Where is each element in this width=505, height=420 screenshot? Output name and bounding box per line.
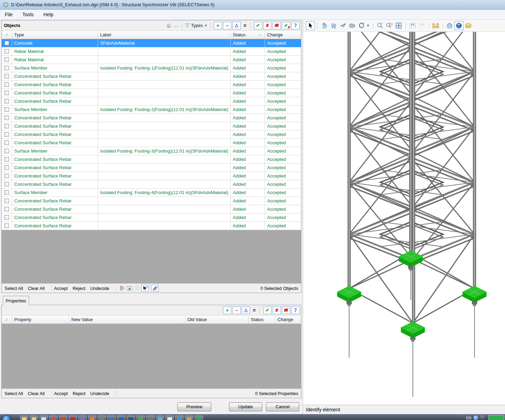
row-checkbox[interactable] [5, 190, 9, 195]
row-checkbox[interactable] [5, 91, 9, 95]
taskbar-app-icon[interactable] [98, 416, 106, 420]
back-arrow-icon[interactable]: ← [173, 22, 180, 29]
table-row[interactable]: Rebar MaterialAddedAccepted [2, 56, 301, 64]
accept-properties-link[interactable]: Accept [54, 391, 68, 396]
table-row[interactable]: Concentrated Surface RebarAddedAccepted [2, 180, 301, 189]
tray-clock[interactable] [488, 415, 504, 420]
measure-icon[interactable] [431, 21, 440, 30]
table-row[interactable]: Concentrated Surface RebarAddedAccepted [2, 114, 301, 122]
taskbar-app-icon[interactable] [78, 416, 87, 420]
props-modified-filter-button[interactable]: Δ [242, 307, 250, 314]
undecide-properties-link[interactable]: Undecide [90, 391, 109, 396]
rejected-filter-button[interactable]: ✘ [263, 22, 272, 29]
table-row[interactable]: Concentrated Surface RebarAddedAccepted [2, 164, 301, 172]
add-filter-button[interactable]: + [214, 22, 222, 29]
types-filter[interactable]: Types ▼ [185, 23, 207, 28]
column-props-status[interactable]: Status [249, 316, 275, 323]
fit-view-icon[interactable] [394, 21, 403, 30]
row-checkbox[interactable] [5, 41, 9, 45]
table-row[interactable]: Concentrated Surface RebarAddedAccepted [2, 205, 301, 213]
table-row[interactable]: Concentrated Surface RebarAddedAccepted [2, 72, 301, 81]
row-checkbox[interactable] [5, 116, 9, 120]
taskbar-app-icon[interactable] [30, 416, 38, 420]
layers-icon[interactable] [464, 21, 473, 30]
menu-file[interactable]: File [0, 10, 18, 19]
taskbar-app-icon[interactable] [117, 416, 125, 420]
clip-volume-icon[interactable] [445, 21, 454, 30]
taskbar-app-icon[interactable] [166, 416, 174, 420]
zoom-window-icon[interactable] [385, 21, 394, 30]
clear-all-objects-link[interactable]: Clear All [28, 286, 44, 291]
table-row[interactable]: Surface MemberIsolated Footing: Footing-… [2, 189, 301, 197]
row-checkbox[interactable] [5, 132, 9, 137]
table-row[interactable]: Concentrated Surface RebarAddedAccepted [2, 197, 301, 205]
menu-help[interactable]: Help [38, 10, 58, 19]
camera-icon[interactable] [348, 21, 357, 30]
select-tool-icon[interactable] [306, 21, 315, 30]
row-checkbox[interactable] [5, 140, 9, 145]
table-row[interactable]: Concentrated Surface RebarAddedAccepted [2, 155, 301, 164]
remove-filter-button[interactable]: − [223, 22, 231, 29]
tray-window-icon[interactable]: ❐ [480, 416, 484, 419]
props-remove-filter-button[interactable]: − [232, 307, 241, 314]
taskbar-app-icon[interactable] [136, 416, 145, 420]
preview-button[interactable]: Preview [177, 402, 211, 411]
table-row[interactable]: Surface MemberIsolated Footing: Footing-… [2, 147, 301, 155]
row-checkbox[interactable] [5, 57, 9, 62]
taskbar-app-icon[interactable] [185, 416, 193, 420]
row-checkbox[interactable] [5, 182, 9, 186]
structure-3d-view[interactable] [303, 32, 505, 405]
taskbar-app-icon[interactable] [39, 416, 48, 420]
tray-globe-icon[interactable] [473, 416, 478, 420]
table-row[interactable]: Concentrated Surface RebarAddedAccepted [2, 222, 301, 230]
taskbar-app-icon[interactable] [195, 416, 203, 420]
row-checkbox[interactable] [5, 124, 9, 128]
table-row[interactable]: Concentrated Surface RebarAddedAccepted [2, 172, 301, 180]
taskbar[interactable]: ⋮⋮ ⋮⋮ EN ❐ [0, 414, 505, 420]
update-button[interactable]: Update [229, 402, 262, 411]
fly-plane-icon[interactable] [338, 21, 347, 30]
properties-tab[interactable]: Properties [3, 296, 29, 305]
row-checkbox[interactable] [5, 157, 9, 162]
column-new-value[interactable]: New Value [69, 316, 185, 323]
table-row[interactable]: Rebar MaterialAddedAccepted [2, 47, 301, 56]
row-checkbox[interactable] [5, 99, 9, 103]
row-checkbox[interactable] [5, 174, 9, 178]
undo-view-icon[interactable] [408, 21, 417, 30]
props-accepted-filter-button[interactable]: ✔ [263, 307, 272, 314]
table-row[interactable]: Concentrated Surface RebarAddedAccepted [2, 139, 301, 147]
taskbar-app-icon[interactable] [127, 416, 135, 420]
column-old-value[interactable]: Old Value [185, 316, 249, 323]
props-add-filter-button[interactable]: + [223, 307, 231, 314]
walk-footprints-icon[interactable] [329, 21, 338, 30]
row-checkbox[interactable] [5, 223, 9, 228]
show-diamonds-icon[interactable] [118, 285, 125, 291]
modified-filter-button[interactable]: Δ [232, 22, 241, 29]
table-row[interactable]: Surface MemberIsolated Footing: Footing-… [2, 64, 301, 72]
table-row[interactable]: ConcreteSFdnAdvMaterialAddedAccepted [2, 39, 301, 47]
pan-hand-icon[interactable] [320, 21, 329, 30]
accept-reject-filter-button[interactable]: ✔✘ [282, 22, 290, 29]
taskbar-app-icon[interactable] [69, 416, 77, 420]
row-checkbox[interactable] [5, 149, 9, 153]
rotate-view-icon[interactable] [357, 21, 366, 30]
taskbar-app-icon[interactable] [20, 416, 28, 420]
reject-properties-link[interactable]: Reject [73, 391, 86, 396]
taskbar-app-icon[interactable] [59, 416, 67, 420]
accepted-filter-button[interactable]: ✔ [254, 22, 262, 29]
row-checkbox[interactable] [5, 107, 9, 112]
language-indicator[interactable]: EN [466, 416, 471, 420]
column-status[interactable]: Status▲ [231, 31, 265, 39]
taskbar-app-icon[interactable] [156, 416, 164, 420]
table-row[interactable]: Concentrated Surface RebarAddedAccepted [2, 89, 301, 97]
props-header-checkbox[interactable]: ✓ [2, 316, 12, 323]
table-row[interactable]: Concentrated Surface RebarAddedAccepted [2, 97, 301, 106]
select-in-view-button[interactable] [141, 285, 149, 292]
select-all-objects-link[interactable]: Select All [5, 286, 23, 291]
undecided-filter-button[interactable]: ? [291, 22, 300, 29]
start-button[interactable] [2, 415, 11, 420]
equals-filter-button[interactable]: = [241, 22, 248, 29]
accept-objects-link[interactable]: Accept [54, 286, 68, 291]
column-property[interactable]: Property [12, 316, 69, 323]
row-checkbox[interactable] [5, 74, 9, 79]
